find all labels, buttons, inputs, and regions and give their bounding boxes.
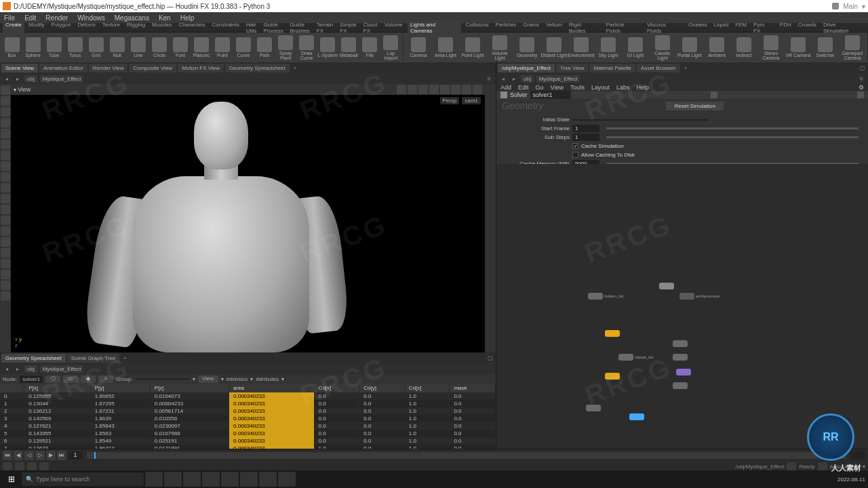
add-tab-icon[interactable]: +: [682, 64, 690, 73]
viewport-tool[interactable]: [1, 183, 10, 192]
shelf-tab[interactable]: Texture: [100, 21, 123, 35]
tool-sphere[interactable]: Sphere: [22, 34, 43, 61]
shelf-tab[interactable]: Cloud FX: [361, 21, 380, 35]
tab-geo-spreadsheet[interactable]: Geometry Spreadsheet: [1, 354, 66, 363]
nav-back-icon[interactable]: ◂: [3, 75, 11, 83]
viewport-tool[interactable]: [1, 85, 10, 95]
shelf-tab[interactable]: Grains: [520, 21, 542, 35]
view-btn[interactable]: View: [198, 375, 218, 383]
shelf-tab[interactable]: Oceans: [686, 21, 710, 35]
tool-gamepad-camera[interactable]: Gamepad Camera: [839, 34, 866, 61]
vp-btn[interactable]: [408, 85, 417, 94]
reset-sim-button[interactable]: Reset Simulation: [666, 102, 723, 110]
viewport-canvas[interactable]: Persp cam1 x yz: [11, 95, 485, 352]
tool-point[interactable]: Point: [212, 34, 233, 61]
network-node[interactable]: [676, 369, 692, 375]
menu-labs[interactable]: Labs: [616, 84, 630, 91]
viewport-tab[interactable]: Geometry Spreadsheet: [225, 64, 290, 73]
tool-null[interactable]: Null: [106, 34, 127, 61]
viewport-tab[interactable]: Animation Editor: [39, 64, 87, 73]
shelf-tab[interactable]: Terrain FX: [314, 21, 336, 35]
tool-grid[interactable]: Grid: [85, 34, 106, 61]
sub-steps-slider[interactable]: [606, 136, 859, 138]
desktop-switcher[interactable]: Main▾: [832, 3, 865, 10]
shelf-tab[interactable]: Simple FX: [337, 21, 359, 35]
vp-btn[interactable]: [397, 85, 406, 94]
tab-material[interactable]: Material Palette: [589, 64, 635, 73]
shelf-tab[interactable]: Constraints: [210, 21, 242, 35]
viewport-tool[interactable]: [1, 96, 10, 106]
viewport-tool[interactable]: [1, 281, 10, 290]
level-verts-btn[interactable]: ◆: [81, 375, 96, 383]
taskbar-app[interactable]: [164, 472, 182, 487]
play-start-icon[interactable]: ⏮: [3, 451, 12, 460]
node-name-field[interactable]: solver1: [20, 375, 43, 383]
tool-lop-import[interactable]: Lop Import: [380, 34, 401, 61]
tool-environment[interactable]: Environment: [568, 34, 595, 61]
network-node[interactable]: [586, 405, 602, 411]
menu-view[interactable]: View: [551, 84, 564, 91]
viewport-tab[interactable]: Composite View: [129, 64, 176, 73]
tool-spray-paint[interactable]: Spray Paint: [275, 34, 296, 61]
frame-end-field[interactable]: [850, 451, 865, 460]
viewport-tool[interactable]: [1, 107, 10, 117]
shelf-tab[interactable]: Collisions: [462, 21, 491, 35]
network-node[interactable]: repeat_list: [618, 354, 654, 361]
play-end-icon[interactable]: ⏭: [57, 451, 66, 460]
viewport-tab[interactable]: Motion FX View: [178, 64, 224, 73]
tool-geometry[interactable]: Geometry: [513, 34, 540, 61]
taskbar-app[interactable]: [259, 472, 277, 487]
tool-torus[interactable]: Torus: [64, 34, 85, 61]
taskbar-search[interactable]: 🔍 Type here to search: [22, 472, 144, 486]
taskbar-app[interactable]: [202, 472, 220, 487]
shelf-tab[interactable]: Drive Simulation: [821, 21, 865, 35]
tool-metaball[interactable]: Metaball: [338, 34, 359, 61]
menu-add[interactable]: Add: [500, 84, 511, 91]
shelf-tab[interactable]: Rigid Bodies: [566, 21, 602, 35]
viewport-tab[interactable]: Scene View: [1, 64, 38, 73]
tool-platonic[interactable]: Platonic: [191, 34, 212, 61]
vp-btn[interactable]: [429, 85, 439, 94]
nav-back-icon[interactable]: ◂: [3, 365, 11, 373]
tab-asset-browser[interactable]: Asset Browser: [637, 64, 680, 73]
shelf-tab[interactable]: Particles: [493, 21, 519, 35]
tool-caustic-light[interactable]: Caustic Light: [649, 34, 676, 61]
menu-tools[interactable]: Tools: [570, 84, 585, 91]
play-back-icon[interactable]: ◀: [14, 451, 23, 460]
vp-btn[interactable]: [440, 85, 450, 94]
tool-point-light[interactable]: Point Light: [459, 34, 486, 61]
tool-ambient[interactable]: Ambient: [703, 34, 730, 61]
play-fwd-icon[interactable]: ▶: [46, 451, 56, 460]
vp-btn[interactable]: [418, 85, 428, 94]
tool-switcher[interactable]: Switcher: [812, 34, 839, 61]
status-btn[interactable]: [39, 462, 49, 470]
tool-indirect[interactable]: Indirect: [730, 34, 757, 61]
tool-camera[interactable]: Camera: [405, 34, 432, 61]
network-node[interactable]: attribpromote: [679, 293, 719, 300]
viewport-tool[interactable]: [1, 237, 10, 247]
level-prims-btn[interactable]: ▭: [63, 375, 78, 383]
pane-pin-icon[interactable]: ⎘: [485, 75, 493, 83]
viewport-tool[interactable]: [1, 194, 10, 203]
nav-fwd-icon[interactable]: ▸: [14, 75, 22, 83]
frame-field[interactable]: 1: [68, 451, 83, 460]
step-back-icon[interactable]: ◁: [24, 451, 34, 460]
tool-distant-light[interactable]: Distant Light: [540, 34, 568, 61]
viewport-tool[interactable]: [1, 172, 10, 182]
pane-max-icon[interactable]: ▢: [486, 354, 494, 362]
viewport-tool[interactable]: [1, 150, 10, 160]
viewport-tool[interactable]: [1, 205, 10, 214]
add-tab-icon[interactable]: +: [121, 354, 130, 363]
tool-curve[interactable]: Curve: [233, 34, 254, 61]
shelf-tab[interactable]: Particle Fluids: [604, 21, 643, 35]
viewport-tool[interactable]: [1, 291, 10, 301]
taskbar-app[interactable]: [183, 472, 201, 487]
nav-fwd-icon[interactable]: ▸: [14, 365, 22, 373]
taskbar-app[interactable]: [240, 472, 258, 487]
viewport-tool[interactable]: [1, 226, 10, 236]
shelf-tab[interactable]: Guide Brushes: [288, 21, 313, 35]
menu-edit[interactable]: Edit: [518, 84, 529, 91]
shelf-tab[interactable]: Hair Utils: [243, 21, 260, 35]
shelf-tab[interactable]: Volume: [382, 21, 406, 35]
step-fwd-icon[interactable]: ▷: [35, 451, 45, 460]
